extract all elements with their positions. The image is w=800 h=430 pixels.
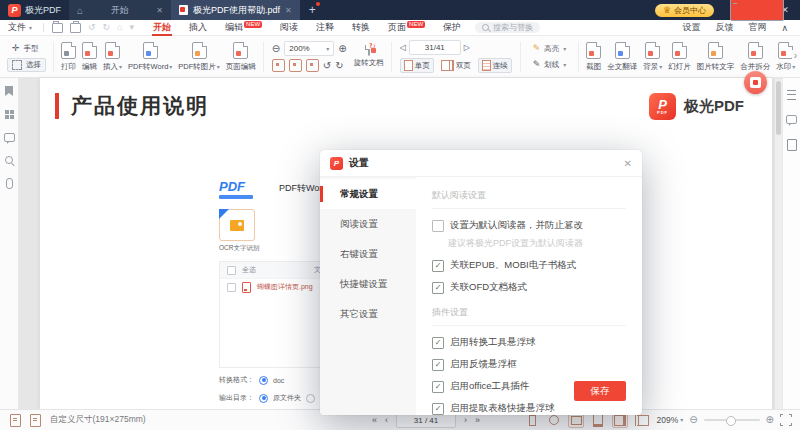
rotate-left-icon[interactable]: ↺ <box>323 61 331 71</box>
nav-shortcut-settings[interactable]: 快捷键设置 <box>320 269 416 299</box>
scrollbar-thumb[interactable] <box>776 81 781 135</box>
highlight-button[interactable]: ✎ 高亮 ▾ <box>528 42 572 56</box>
checkbox-ofd[interactable]: ✓ 关联OFD文档格式 <box>432 281 626 294</box>
zoom-level-select[interactable]: 200% ▾ <box>284 41 334 56</box>
rotate-document-button[interactable]: ↻ 旋转文档 <box>351 46 387 68</box>
page-edit-button[interactable]: 页面编辑 <box>223 42 259 72</box>
merge-split-button[interactable]: 合并拆分 <box>737 42 773 72</box>
screenshot-button[interactable]: 截图 <box>583 42 604 72</box>
zoom-slider-knob[interactable] <box>726 416 736 426</box>
thumbnails-icon[interactable] <box>5 110 9 114</box>
page-size-icon-2[interactable] <box>30 414 41 427</box>
open-file-icon[interactable] <box>52 23 63 33</box>
search-input[interactable]: 搜索与替换 <box>475 22 540 33</box>
zoom-in-icon[interactable]: ⊕ <box>338 44 346 54</box>
dialog-close-icon[interactable]: ✕ <box>624 158 632 169</box>
continuous-mode-button[interactable]: 连续 <box>478 58 512 73</box>
ribbon-tab-insert[interactable]: 插入 <box>180 19 216 36</box>
undo-icon[interactable]: ↺ <box>88 23 96 32</box>
ribbon-tab-comment[interactable]: 注释 <box>307 19 343 36</box>
double-page-mode-button[interactable]: 双页 <box>437 58 475 73</box>
underline-button[interactable]: ✎ 划线 ▾ <box>528 58 572 72</box>
pdf-to-word-button[interactable]: PDF转Word▾ <box>125 42 175 72</box>
ribbon-tab-convert[interactable]: 转换 <box>343 19 379 36</box>
document-panel-icon[interactable] <box>787 139 797 151</box>
checkbox-icon[interactable]: ✓ <box>432 403 444 415</box>
image-to-text-button[interactable]: 图片转文字 <box>694 42 738 72</box>
redo-icon[interactable]: ↻ <box>103 23 111 32</box>
translate-button[interactable]: 全文翻译 <box>604 42 640 72</box>
save-button[interactable]: 保存 <box>574 381 626 401</box>
toolbar-expand-icon[interactable]: › <box>792 50 799 61</box>
attachment-icon[interactable] <box>6 178 13 189</box>
prev-page-icon[interactable]: ◁ <box>400 43 406 52</box>
fit-width-icon[interactable] <box>289 59 302 72</box>
tab-document[interactable]: 极光PDF使用帮助.pdf ✕ <box>171 0 300 20</box>
next-page-icon[interactable]: › <box>464 416 467 425</box>
tab-home[interactable]: ⌂ 开始 ✕ <box>69 0 171 20</box>
close-tab-icon[interactable]: ✕ <box>156 6 163 15</box>
feedback-bubble-icon[interactable] <box>786 115 797 124</box>
checkbox-icon[interactable]: ✓ <box>432 381 444 393</box>
print-button[interactable]: 打印 <box>58 42 79 72</box>
rotate-right-icon[interactable]: ↻ <box>335 61 343 71</box>
first-page-icon[interactable]: « <box>372 416 377 425</box>
new-tab-button[interactable]: + <box>309 4 316 16</box>
zoom-out-icon[interactable]: ⊖ <box>689 415 697 425</box>
edit-button[interactable]: 编辑 <box>79 42 100 72</box>
page-size-icon[interactable] <box>10 414 21 427</box>
ribbon-tab-edit[interactable]: 编辑NEW <box>216 19 271 36</box>
zoom-level-select[interactable]: 209% ▾ <box>656 415 683 425</box>
nav-other-settings[interactable]: 其它设置 <box>320 299 416 329</box>
ribbon-tab-page[interactable]: 页面NEW <box>379 19 434 36</box>
properties-icon[interactable] <box>787 90 796 100</box>
single-page-mode-button[interactable]: 单页 <box>400 58 434 73</box>
checkbox-icon[interactable]: ✓ <box>432 337 444 349</box>
checkbox-icon[interactable]: ✓ <box>432 282 444 294</box>
checkbox-convert-float-ball[interactable]: ✓ 启用转换工具悬浮球 <box>432 336 626 349</box>
quick-print-icon[interactable] <box>70 23 81 33</box>
save-file-icon[interactable] <box>730 0 784 21</box>
assistant-floating-button[interactable] <box>744 71 767 94</box>
home-icon[interactable]: ⌂ <box>117 23 122 32</box>
checkbox-icon[interactable] <box>432 220 444 232</box>
zoom-slider[interactable] <box>704 419 760 421</box>
prev-page-icon[interactable]: ‹ <box>385 416 388 425</box>
settings-link[interactable]: 设置 <box>682 21 700 34</box>
nav-general-settings[interactable]: 常规设置 <box>320 179 416 209</box>
checkbox-extract-table[interactable]: ✓ 启用提取表格快捷悬浮球 <box>432 402 626 415</box>
ribbon-tab-read[interactable]: 阅读 <box>271 19 307 36</box>
checkbox-default-reader[interactable]: 设置为默认阅读器，并防止篡改 <box>432 219 626 232</box>
checkbox-icon[interactable]: ✓ <box>432 260 444 272</box>
chevron-down-icon[interactable]: ▾ <box>130 23 135 32</box>
close-tab-icon[interactable]: ✕ <box>285 6 292 15</box>
comments-icon[interactable] <box>4 133 15 142</box>
background-button[interactable]: 背景▾ <box>640 42 665 72</box>
fullscreen-icon[interactable] <box>780 414 792 426</box>
ribbon-tab-start[interactable]: 开始 <box>144 19 180 36</box>
zoom-in-icon[interactable]: ⊕ <box>766 415 774 425</box>
bookmark-icon[interactable] <box>5 86 13 96</box>
insert-button[interactable]: 插入▾ <box>100 42 125 72</box>
collapse-ribbon-icon[interactable]: ∧ <box>781 23 788 33</box>
vip-center-button[interactable]: ♛ 会员中心 <box>655 4 714 17</box>
search-icon[interactable] <box>5 156 13 164</box>
file-menu[interactable]: 文件 ▾ <box>0 21 40 34</box>
actual-size-icon[interactable] <box>272 59 285 72</box>
fit-page-icon[interactable] <box>306 59 319 72</box>
next-page-icon[interactable]: ▷ <box>464 43 470 52</box>
nav-rightclick-settings[interactable]: 右键设置 <box>320 239 416 269</box>
checkbox-icon[interactable]: ✓ <box>432 359 444 371</box>
hand-tool-button[interactable]: ✛ 手型 <box>7 42 46 56</box>
page-number-input[interactable]: 31/41 <box>409 40 461 55</box>
vertical-scrollbar[interactable] <box>775 79 782 409</box>
official-site-link[interactable]: 官网 <box>748 21 766 34</box>
zoom-out-icon[interactable]: ⊖ <box>272 44 280 54</box>
ribbon-tab-protect[interactable]: 保护 <box>434 19 470 36</box>
feedback-link[interactable]: 反馈 <box>715 21 733 34</box>
checkbox-feedback-float[interactable]: ✓ 启用反馈悬浮框 <box>432 358 626 371</box>
nav-reading-settings[interactable]: 阅读设置 <box>320 209 416 239</box>
slideshow-button[interactable]: 幻灯片 <box>665 42 694 72</box>
checkbox-epub-mobi[interactable]: ✓ 关联EPUB、MOBI电子书格式 <box>432 259 626 272</box>
pdf-to-image-button[interactable]: PDF转图片▾ <box>175 42 223 72</box>
